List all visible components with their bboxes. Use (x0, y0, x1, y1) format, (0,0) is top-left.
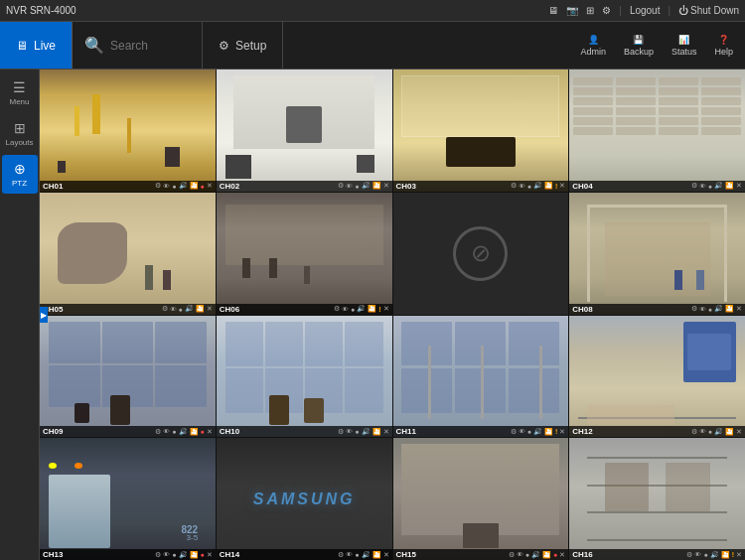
cam-close-icon[interactable]: ✕ (383, 305, 389, 313)
cam-audio-icon[interactable]: 🔊 (710, 551, 719, 559)
cam-eye-icon[interactable]: 👁 (517, 551, 523, 558)
cam-audio-icon[interactable]: 🔊 (357, 305, 366, 313)
cam-video-icon[interactable]: 🎦 (725, 428, 734, 436)
cam-eye-icon[interactable]: 👁 (163, 183, 170, 190)
nav-setup-tab[interactable]: ⚙ Setup (203, 22, 283, 69)
nav-live-tab[interactable]: 🖥 Live (0, 22, 73, 69)
cam-video-icon[interactable]: 🎦 (196, 305, 205, 313)
cam-settings-icon[interactable]: ⚙ (686, 551, 692, 559)
cam-close-icon[interactable]: ✕ (207, 551, 213, 559)
cam-video-icon[interactable]: 🎦 (544, 428, 553, 436)
cam-settings-icon[interactable]: ⚙ (338, 551, 344, 559)
cam-audio-icon[interactable]: 🔊 (362, 551, 371, 559)
cam-video-icon[interactable]: 🎦 (725, 305, 734, 313)
cam-video-icon[interactable]: 🎦 (372, 428, 381, 436)
cam-settings-icon[interactable]: ⚙ (334, 305, 340, 313)
sidebar-item-layouts[interactable]: ⊞ Layouts (2, 114, 38, 153)
cam-settings-icon[interactable]: ⚙ (155, 551, 161, 559)
logout-button[interactable]: Logout (630, 5, 661, 16)
cam-video-icon[interactable]: 🎦 (721, 551, 730, 559)
cam-audio-icon[interactable]: 🔊 (179, 551, 188, 559)
cam-video-icon[interactable]: 🎦 (725, 182, 734, 190)
camera-cell-ch11[interactable]: CH11 ⚙ 👁 ● 🔊 🎦 ! ✕ (393, 316, 569, 438)
sidebar-item-ptz[interactable]: ⊕ PTZ (2, 155, 38, 194)
camera-cell-ch14[interactable]: SAMSUNG CH14 ⚙ 👁 ● 🔊 🎦 ✕ (217, 438, 392, 560)
cam-close-icon[interactable]: ✕ (736, 305, 742, 313)
cam-video-icon[interactable]: 🎦 (544, 182, 553, 190)
cam-audio-icon[interactable]: 🔊 (179, 182, 188, 190)
cam-eye-icon[interactable]: 👁 (519, 428, 525, 435)
cam-settings-icon[interactable]: ⚙ (155, 182, 161, 190)
cam-audio-icon[interactable]: 🔊 (179, 428, 188, 436)
camera-cell-ch01[interactable]: CH01 ⚙ 👁 ● 🔊 🎦 ● ✕ (40, 70, 216, 192)
cam-close-icon[interactable]: ✕ (383, 428, 389, 436)
cam-settings-icon[interactable]: ⚙ (509, 551, 515, 559)
cam-record-icon[interactable]: ● (525, 551, 529, 558)
cam-eye-icon[interactable]: 👁 (699, 428, 706, 435)
cam-audio-icon[interactable]: 🔊 (185, 305, 194, 313)
cam-eye-icon[interactable]: 👁 (699, 306, 706, 313)
sidebar-item-menu[interactable]: ☰ Menu (2, 73, 38, 112)
cam-close-icon[interactable]: ✕ (207, 305, 213, 313)
cam-video-icon[interactable]: 🎦 (368, 305, 376, 313)
admin-button[interactable]: 👤 Admin (572, 31, 614, 61)
cam-close-icon[interactable]: ✕ (207, 182, 213, 190)
grid-scroll-arrow[interactable]: ▶ (40, 307, 48, 323)
cam-record-icon[interactable]: ● (351, 306, 355, 313)
cam-eye-icon[interactable]: 👁 (699, 183, 706, 190)
cam-close-icon[interactable]: ✕ (559, 551, 565, 559)
cam-close-icon[interactable]: ✕ (736, 428, 742, 436)
cam-eye-icon[interactable]: 👁 (346, 428, 353, 435)
cam-eye-icon[interactable]: 👁 (170, 306, 177, 313)
cam-video-icon[interactable]: 🎦 (542, 551, 551, 559)
cam-audio-icon[interactable]: 🔊 (714, 428, 723, 436)
help-button[interactable]: ❓ Help (706, 31, 741, 61)
cam-record-icon[interactable]: ● (172, 551, 176, 558)
cam-record-icon[interactable]: ● (708, 183, 712, 190)
cam-record-icon[interactable]: ● (708, 306, 712, 313)
cam-audio-icon[interactable]: 🔊 (714, 182, 723, 190)
cam-record-icon[interactable]: ● (355, 551, 359, 558)
camera-cell-ch04[interactable]: CH04 ⚙ 👁 ● 🔊 🎦 ✕ (569, 70, 745, 192)
cam-audio-icon[interactable]: 🔊 (533, 428, 542, 436)
camera-cell-ch16[interactable]: CH16 ⚙ 👁 ● 🔊 🎦 ! ✕ (569, 438, 745, 560)
cam-audio-icon[interactable]: 🔊 (531, 551, 540, 559)
cam-settings-icon[interactable]: ⚙ (691, 182, 697, 190)
cam-close-icon[interactable]: ✕ (383, 182, 389, 190)
cam-record-icon[interactable]: ● (355, 428, 359, 435)
cam-eye-icon[interactable]: 👁 (342, 306, 349, 313)
camera-cell-ch06[interactable]: CH06 ⚙ 👁 ● 🔊 🎦 ! ✕ (217, 193, 392, 315)
backup-button[interactable]: 💾 Backup (616, 31, 662, 61)
cam-video-icon[interactable]: 🎦 (190, 428, 199, 436)
cam-video-icon[interactable]: 🎦 (190, 551, 199, 559)
cam-record-icon[interactable]: ● (527, 428, 531, 435)
cam-record-icon[interactable]: ● (355, 183, 359, 190)
cam-video-icon[interactable]: 🎦 (372, 182, 381, 190)
cam-audio-icon[interactable]: 🔊 (362, 428, 371, 436)
cam-settings-icon[interactable]: ⚙ (691, 428, 697, 436)
camera-cell-ch12[interactable]: CH12 ⚙ 👁 ● 🔊 🎦 ✕ (569, 316, 745, 438)
cam-close-icon[interactable]: ✕ (383, 551, 389, 559)
camera-cell-ch13[interactable]: 822 3-5 CH13 ⚙ 👁 ● 🔊 🎦 ● ✕ (40, 438, 216, 560)
cam-video-icon[interactable]: 🎦 (372, 551, 381, 559)
cam-eye-icon[interactable]: 👁 (346, 183, 353, 190)
cam-audio-icon[interactable]: 🔊 (533, 182, 542, 190)
cam-record-icon[interactable]: ● (708, 428, 712, 435)
camera-cell-ch03[interactable]: CH03 ⚙ 👁 ● 🔊 🎦 ! ✕ (393, 70, 569, 192)
search-input[interactable] (110, 39, 190, 53)
cam-settings-icon[interactable]: ⚙ (511, 428, 517, 436)
cam-settings-icon[interactable]: ⚙ (691, 305, 697, 313)
cam-record-icon[interactable]: ● (179, 306, 183, 313)
cam-settings-icon[interactable]: ⚙ (511, 182, 517, 190)
cam-close-icon[interactable]: ✕ (559, 428, 565, 436)
cam-eye-icon[interactable]: 👁 (346, 551, 353, 558)
nav-search-tab[interactable]: 🔍 (73, 22, 203, 69)
camera-cell-ch02[interactable]: CH02 ⚙ 👁 ● 🔊 🎦 ✕ (217, 70, 392, 192)
cam-settings-icon[interactable]: ⚙ (162, 305, 168, 313)
cam-audio-icon[interactable]: 🔊 (362, 182, 371, 190)
cam-eye-icon[interactable]: 👁 (163, 428, 170, 435)
cam-record-icon[interactable]: ● (703, 551, 707, 558)
cam-video-icon[interactable]: 🎦 (190, 182, 199, 190)
cam-close-icon[interactable]: ✕ (559, 182, 565, 190)
cam-close-icon[interactable]: ✕ (736, 551, 742, 559)
